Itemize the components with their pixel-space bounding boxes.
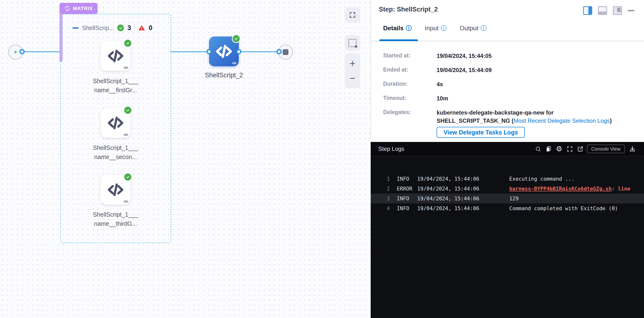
panel-layout-controls	[583, 6, 634, 15]
matrix-step-node-2[interactable]: </>	[101, 108, 130, 138]
shell-script-icon	[215, 42, 233, 61]
canvas-fullscreen-button[interactable]	[344, 8, 360, 22]
detail-label: Delegates:	[383, 109, 436, 125]
error-script-link[interactable]: harness-BYPP4bBIRqisKCo6dteGZg.sh	[509, 186, 612, 192]
matrix-step-node-1[interactable]: </>	[101, 41, 130, 71]
step-details-panel: Step: ShellScript_2 Details ⓘ Input ⓘ Ou…	[371, 0, 644, 142]
step-in-port	[206, 49, 212, 54]
edge-matrix-to-step	[170, 51, 209, 52]
detail-value: kubernetes-delegate-backstage-qa-new for…	[436, 109, 612, 125]
fullscreen-icon	[349, 11, 356, 19]
copy-icon	[545, 145, 552, 152]
step-type-badge: </>	[124, 132, 128, 137]
detail-row-started: Started at: 19/04/2024, 15:44:05	[383, 52, 637, 60]
tab-output[interactable]: Output ⓘ	[460, 25, 486, 32]
active-tab-underline	[379, 39, 418, 41]
success-check-icon	[124, 39, 132, 48]
marquee-select-icon	[348, 39, 356, 47]
detail-label: Timeout:	[383, 94, 436, 103]
log-search-button[interactable]	[533, 144, 543, 154]
delegate-selection-logs-link[interactable]: Most Recent Delegate Selection Logs	[514, 117, 610, 124]
detail-value: 10m	[436, 94, 448, 103]
pipeline-canvas[interactable]: MATRIX ShellScrip... 3 0 </> ShellScript…	[0, 0, 371, 318]
info-icon[interactable]: ⓘ	[441, 25, 447, 31]
log-line-2[interactable]: 2 ERROR 19/04/2024, 15:44:06 harness-BYP…	[371, 184, 644, 194]
detail-row-delegates: Delegates: kubernetes-delegate-backstage…	[383, 109, 637, 125]
step-node-shellscript-2[interactable]: </>	[209, 37, 239, 66]
tab-input[interactable]: Input ⓘ	[424, 25, 447, 32]
error-count: 0	[149, 24, 152, 32]
step-logs-console: Step Logs ⚙ Console View	[371, 142, 644, 318]
step-logs-title: Step Logs	[378, 145, 404, 152]
matrix-step-label-1: ShellScript_1___ name__firstGr...	[80, 76, 152, 95]
edge-step-to-end	[239, 51, 279, 52]
matrix-step-node-3[interactable]: </>	[101, 175, 130, 205]
count-divider	[134, 24, 135, 32]
edge-start-to-matrix	[22, 51, 60, 52]
log-line-4[interactable]: 4 INFO 19/04/2024, 15:44:06 Command comp…	[371, 203, 644, 213]
matrix-step-label-2: ShellScript_1___ name__secon...	[80, 143, 152, 162]
download-icon	[629, 145, 636, 152]
collapse-group-icon[interactable]	[72, 27, 79, 29]
step-type-badge: </>	[124, 199, 128, 203]
step-type-badge: </>	[232, 61, 236, 65]
console-view-button[interactable]: Console View	[587, 144, 625, 153]
success-check-icon	[117, 25, 124, 31]
detail-row-duration: Duration: 4s	[383, 80, 637, 88]
log-download-button[interactable]	[627, 144, 638, 154]
view-delegate-tasks-logs-button[interactable]: View Delegate Tasks Logs	[436, 127, 525, 138]
end-node-in-port	[276, 49, 282, 54]
detail-label: Duration:	[383, 80, 436, 88]
layout-bottom-view-icon[interactable]	[598, 6, 607, 15]
layout-minimized-view-icon[interactable]	[613, 6, 622, 15]
info-icon[interactable]: ⓘ	[406, 25, 412, 31]
log-line-1[interactable]: 1 INFO 19/04/2024, 15:44:06 Executing co…	[371, 174, 644, 184]
log-copy-button[interactable]	[543, 144, 554, 154]
success-check-icon	[124, 106, 132, 115]
success-check-icon	[124, 173, 132, 181]
log-fullscreen-button[interactable]	[564, 144, 575, 154]
info-icon[interactable]: ⓘ	[480, 25, 486, 31]
matrix-badge: MATRIX	[60, 3, 98, 14]
zoom-in-icon[interactable]: +	[350, 59, 356, 69]
detail-value: 4s	[436, 80, 443, 88]
play-icon	[12, 49, 19, 55]
panel-title: Step: ShellScript_2	[379, 6, 438, 13]
loop-icon	[64, 5, 70, 12]
detail-row-ended: Ended at: 19/04/2024, 15:44:09	[383, 66, 637, 74]
step-type-badge: </>	[124, 66, 128, 70]
log-settings-button[interactable]: ⚙	[554, 144, 564, 154]
log-lines[interactable]: 1 INFO 19/04/2024, 15:44:06 Executing co…	[371, 156, 644, 213]
warning-triangle-icon	[138, 25, 145, 31]
log-line-3[interactable]: 3 INFO 19/04/2024, 15:44:06 129	[371, 194, 644, 203]
detail-label: Started at:	[383, 52, 436, 60]
step-node-label: ShellScript_2	[188, 72, 260, 79]
matrix-badge-label: MATRIX	[73, 6, 93, 11]
fullscreen-icon	[566, 146, 573, 152]
gear-icon: ⚙	[556, 145, 562, 152]
canvas-zoom-control: + −	[344, 54, 360, 88]
search-icon	[535, 146, 542, 152]
matrix-group-name: ShellScrip...	[82, 25, 114, 32]
matrix-group-header[interactable]: ShellScrip... 3 0	[72, 23, 152, 33]
success-check-icon	[232, 34, 240, 43]
canvas-select-button[interactable]	[344, 35, 360, 51]
start-node-out-port	[20, 49, 25, 54]
shell-script-icon	[107, 47, 124, 65]
detail-value: 19/04/2024, 15:44:05	[436, 52, 492, 60]
matrix-step-label-3: ShellScript_1___ name__thirdG...	[80, 210, 152, 228]
detail-value: 19/04/2024, 15:44:09	[436, 66, 492, 74]
shell-script-icon	[107, 114, 124, 132]
detail-label: Ended at:	[383, 66, 436, 74]
tab-details[interactable]: Details ⓘ	[383, 25, 412, 32]
stop-icon	[283, 49, 288, 55]
shell-script-icon	[107, 181, 124, 199]
log-open-new-tab-button[interactable]	[575, 144, 586, 154]
external-link-icon	[577, 146, 584, 152]
success-count: 3	[127, 24, 131, 32]
step-logs-header: Step Logs ⚙ Console View	[371, 142, 644, 156]
details-content: Started at: 19/04/2024, 15:44:05 Ended a…	[383, 52, 637, 138]
layout-right-view-icon[interactable]	[583, 6, 592, 15]
collapse-panel-button[interactable]	[628, 10, 634, 11]
zoom-out-icon[interactable]: −	[350, 73, 356, 83]
